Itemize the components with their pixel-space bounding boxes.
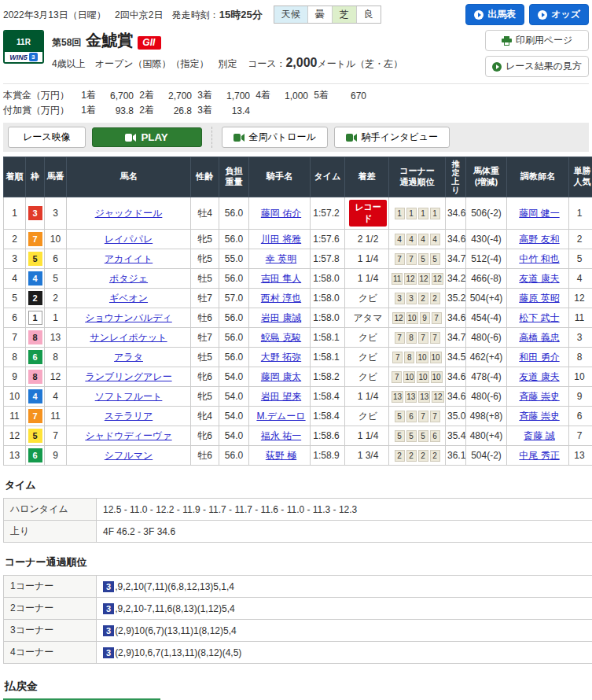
horse-name-link[interactable]: レイパパレ	[105, 234, 153, 245]
margin-cell: クビ	[345, 289, 389, 308]
sex-age: 牝5	[191, 387, 219, 407]
trainer-link[interactable]: 高橋 義忠	[519, 332, 559, 343]
jockey-link[interactable]: 岩田 康誠	[261, 312, 301, 323]
horse-name-link[interactable]: ポタジェ	[109, 273, 148, 284]
trainer-link[interactable]: 松下 武士	[519, 312, 559, 323]
result-row: 1369シフルマン牡656.0荻野 極1:58.91 3/4222236.150…	[4, 446, 592, 466]
jockey-link[interactable]: 幸 英明	[266, 253, 296, 264]
corner-positions: 1111	[389, 197, 446, 230]
horse-name-cell: シャドウディーヴァ	[67, 426, 191, 446]
corner-positions: 121097	[389, 308, 446, 328]
finish-position: 10	[4, 387, 26, 407]
trainer-link[interactable]: 斉藤 崇史	[519, 411, 559, 422]
race-video-button[interactable]: レース映像	[8, 127, 86, 148]
corner-position-box: 5	[395, 430, 405, 442]
trainer-cell: 斎藤 誠	[507, 426, 569, 446]
jockey-link[interactable]: 西村 淳也	[261, 293, 301, 304]
entry-table-button[interactable]: 出馬表	[465, 4, 524, 25]
horse-name-link[interactable]: シフルマン	[105, 450, 153, 461]
finish-position: 6	[4, 308, 26, 328]
header-finish-position: 着順	[4, 157, 26, 197]
horse-name-link[interactable]: アカイイト	[105, 253, 153, 264]
corner-position-box: 13	[418, 391, 430, 403]
trainer-link[interactable]: 中尾 秀正	[519, 450, 559, 461]
horse-name-link[interactable]: ステラリア	[105, 411, 153, 422]
race-title: 金鯱賞	[86, 30, 133, 51]
result-row: 11711ステラリア牝454.0M.デムーロ1:58.4クビ567735.049…	[4, 407, 592, 426]
trainer-link[interactable]: 友道 康夫	[519, 273, 559, 284]
trainer-link[interactable]: 中竹 和也	[519, 253, 559, 264]
jockey-cell: 岩田 望来	[249, 387, 311, 407]
frame-cell: 3	[26, 197, 45, 230]
frame-cell: 7	[26, 407, 45, 426]
corner-position-box: 7	[392, 371, 402, 383]
carried-weight: 56.0	[219, 446, 249, 466]
jockey-cell: 幸 英明	[249, 249, 311, 269]
trainer-link[interactable]: 和田 勇介	[519, 352, 559, 363]
header-sex-age: 性齢	[191, 157, 219, 197]
last-furlongs-label: 上り	[4, 521, 97, 543]
finish-position: 9	[4, 367, 26, 387]
sex-age: 牡6	[191, 446, 219, 466]
horse-name-link[interactable]: サンレイポケット	[90, 332, 167, 343]
prize-rank: 3着	[192, 103, 215, 118]
trainer-link[interactable]: 藤原 英昭	[519, 293, 559, 304]
corner-position-box: 1	[430, 208, 440, 219]
leader-number-badge: 3	[103, 603, 114, 614]
patrol-video-button[interactable]: 全周パトロール	[222, 127, 328, 148]
print-page-button[interactable]: 印刷用ページ	[485, 30, 589, 51]
jockey-link[interactable]: 福永 祐一	[261, 430, 301, 441]
trainer-link[interactable]: 友道 康夫	[519, 371, 559, 382]
jockey-link[interactable]: 岩田 望来	[261, 391, 301, 402]
horse-name-link[interactable]: ソフトフルート	[95, 391, 163, 402]
horse-number: 3	[45, 197, 67, 230]
corner-position-box: 5	[395, 411, 405, 422]
margin-cell: アタマ	[345, 308, 389, 328]
jockey-cell: 福永 祐一	[249, 426, 311, 446]
trainer-link[interactable]: 斎藤 誠	[524, 430, 554, 441]
furlong-time-row: ハロンタイム 12.5 - 11.0 - 12.2 - 11.9 - 11.7 …	[4, 499, 592, 521]
jockey-link[interactable]: 川田 将雅	[261, 234, 301, 245]
carried-weight: 54.0	[219, 426, 249, 446]
jockey-cell: 鮫島 克駿	[249, 328, 311, 348]
main-prize-row: 本賞金（万円） 1着6,700 2着2,700 3着1,700 4着1,000 …	[3, 88, 366, 103]
corner-order-text: (2,9)10(6,7)(13,11)1(8,12)5,4	[115, 625, 237, 636]
corner-order-text: ,9,2,10(7,11)(6,8,12,13)5,1,4	[115, 581, 234, 592]
result-guide-button[interactable]: レース結果の見方	[485, 56, 589, 77]
estimated-last3f: 34.6	[446, 387, 466, 407]
corner-position-box: 7	[430, 411, 440, 422]
horse-name-link[interactable]: ランブリングアレー	[85, 371, 171, 382]
jockey-link[interactable]: 吉田 隼人	[261, 273, 301, 284]
trainer-link[interactable]: 高野 友和	[519, 234, 559, 245]
play-button[interactable]: PLAY	[92, 127, 202, 147]
jockey-interview-button[interactable]: 騎手インタビュー	[334, 127, 450, 148]
horse-name-link[interactable]: ショウナンバルディ	[85, 312, 172, 323]
horse-name-link[interactable]: ギベオン	[109, 293, 148, 304]
jockey-link[interactable]: 藤岡 佑介	[261, 208, 301, 219]
frame-badge: 3	[28, 206, 42, 220]
corner-position-box: 12	[432, 391, 443, 403]
jockey-link[interactable]: M.デムーロ	[256, 411, 305, 422]
jockey-link[interactable]: 藤岡 康太	[261, 371, 301, 382]
carried-weight: 57.0	[219, 289, 249, 308]
leader-number-badge: 3	[103, 647, 114, 658]
sex-age: 牡4	[191, 197, 219, 230]
horse-name-link[interactable]: アラタ	[114, 352, 143, 363]
jockey-link[interactable]: 大野 拓弥	[261, 352, 301, 363]
jockey-link[interactable]: 鮫島 克駿	[261, 332, 301, 343]
frame-cell: 7	[26, 230, 45, 249]
horse-name-link[interactable]: シャドウディーヴァ	[85, 430, 171, 441]
jockey-link[interactable]: 荻野 極	[266, 450, 296, 461]
trainer-link[interactable]: 藤岡 健一	[519, 208, 559, 219]
carried-weight: 56.0	[219, 197, 249, 230]
corner-position-box: 1	[418, 208, 428, 219]
odds-button[interactable]: オッズ	[529, 4, 589, 25]
time-section-title: タイム	[5, 478, 589, 492]
corner-positions: 7755	[389, 249, 446, 269]
prize-rank: 1着	[75, 103, 99, 118]
finish-time: 1:58.1	[311, 348, 345, 367]
horse-name-link[interactable]: ジャックドール	[95, 208, 163, 219]
trainer-link[interactable]: 斉藤 崇史	[519, 391, 559, 402]
jockey-cell: M.デムーロ	[249, 407, 311, 426]
race-video-label: レース映像	[23, 131, 71, 144]
